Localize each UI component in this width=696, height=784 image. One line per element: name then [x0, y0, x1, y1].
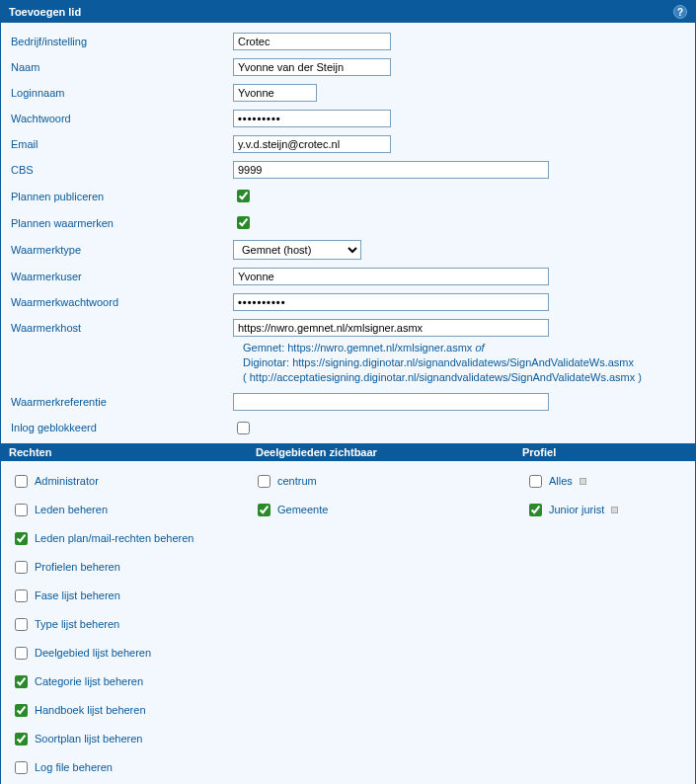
label-loginnaam: Loginnaam — [11, 87, 233, 99]
label-plannen-waarmerken: Plannen waarmerken — [11, 217, 233, 229]
checkbox-rechten-fase[interactable] — [15, 589, 28, 602]
label-waarmerkwachtwoord: Waarmerkwachtwoord — [11, 296, 233, 308]
label-rechten-categorie: Categorie lijst beheren — [35, 675, 143, 687]
input-bedrijf[interactable] — [233, 33, 391, 50]
label-deelgebied-centrum: centrum — [277, 475, 317, 487]
info-badge-icon[interactable] — [580, 478, 586, 485]
help-icon[interactable]: ? — [673, 5, 687, 19]
input-waarmerkuser[interactable] — [233, 268, 549, 285]
input-loginnaam[interactable] — [233, 84, 317, 102]
label-email: Email — [11, 138, 233, 150]
checkbox-rechten-profielen[interactable] — [15, 561, 28, 574]
checkbox-rechten-leden-planmail[interactable] — [15, 532, 28, 545]
label-waarmerkuser: Waarmerkuser — [11, 271, 233, 282]
input-waarmerkwachtwoord[interactable] — [233, 293, 549, 311]
label-deelgebied-gemeente: Gemeente — [277, 504, 328, 515]
label-rechten-administrator: Administrator — [35, 475, 99, 487]
checkbox-rechten-categorie[interactable] — [15, 675, 28, 688]
checkbox-profiel-alles[interactable] — [529, 475, 542, 488]
label-rechten-deelgebied: Deelgebied lijst beheren — [35, 647, 151, 659]
panel-title: Toevoegen lid — [9, 6, 81, 18]
checkbox-rechten-soortplan[interactable] — [15, 733, 28, 745]
label-rechten-leden-planmail: Leden plan/mail-rechten beheren — [35, 532, 193, 544]
checkbox-rechten-administrator[interactable] — [15, 475, 28, 488]
label-rechten-soortplan: Soortplan lijst beheren — [35, 733, 142, 745]
label-rechten-profielen: Profielen beheren — [35, 561, 120, 573]
input-waarmerkhost[interactable] — [233, 319, 549, 337]
label-rechten-logfile: Log file beheren — [35, 761, 113, 773]
form-body: Bedrijf/instelling Naam Loginnaam Wachtw… — [1, 23, 695, 443]
section-title-deelgebieden: Deelgebieden zichtbaar — [256, 446, 522, 458]
checkbox-rechten-leden-beheren[interactable] — [15, 504, 28, 516]
deelgebieden-column: centrum Gemeente — [254, 467, 525, 782]
input-wachtwoord[interactable] — [233, 110, 391, 127]
label-wachtwoord: Wachtwoord — [11, 113, 233, 124]
checkbox-plannen-waarmerken[interactable] — [237, 216, 250, 229]
input-cbs[interactable] — [233, 161, 549, 179]
input-email[interactable] — [233, 135, 391, 153]
label-rechten-fase: Fase lijst beheren — [35, 589, 120, 601]
label-waarmerktype: Waarmerktype — [11, 244, 233, 256]
checkbox-deelgebied-gemeente[interactable] — [258, 504, 271, 516]
profiel-column: Alles Junior jurist — [525, 467, 685, 782]
label-rechten-leden-beheren: Leden beheren — [35, 504, 108, 515]
label-bedrijf: Bedrijf/instelling — [11, 36, 233, 47]
waarmerkhost-hint: Gemnet: https://nwro.gemnet.nl/xmlsigner… — [243, 341, 685, 389]
sections-header: Rechten Deelgebieden zichtbaar Profiel — [1, 443, 695, 461]
checkbox-plannen-publiceren[interactable] — [237, 190, 250, 202]
section-title-rechten: Rechten — [9, 446, 256, 458]
label-profiel-junior: Junior jurist — [549, 504, 604, 515]
checkbox-rechten-type[interactable] — [15, 618, 28, 631]
input-naam[interactable] — [233, 58, 391, 76]
checkbox-rechten-handboek[interactable] — [15, 704, 28, 717]
checkbox-rechten-deelgebied[interactable] — [15, 647, 28, 660]
label-cbs: CBS — [11, 164, 233, 176]
input-waarmerkreferentie[interactable] — [233, 393, 549, 411]
checkbox-rechten-logfile[interactable] — [15, 761, 28, 774]
checkbox-columns: Administrator Leden beheren Leden plan/m… — [1, 461, 695, 784]
add-member-panel: Toevoegen lid ? Bedrijf/instelling Naam … — [0, 0, 696, 784]
label-plannen-publiceren: Plannen publiceren — [11, 191, 233, 202]
label-profiel-alles: Alles — [549, 475, 573, 487]
section-title-profiel: Profiel — [522, 446, 687, 458]
checkbox-deelgebied-centrum[interactable] — [258, 475, 271, 488]
info-badge-icon[interactable] — [611, 507, 618, 513]
select-waarmerktype[interactable]: Gemnet (host) — [233, 240, 361, 260]
label-rechten-type: Type lijst beheren — [35, 618, 119, 630]
panel-header: Toevoegen lid ? — [1, 1, 695, 23]
label-rechten-handboek: Handboek lijst beheren — [35, 704, 146, 716]
checkbox-profiel-junior[interactable] — [529, 504, 542, 516]
checkbox-inlog-geblokkeerd[interactable] — [237, 422, 250, 434]
label-naam: Naam — [11, 61, 233, 73]
rechten-column: Administrator Leden beheren Leden plan/m… — [11, 467, 254, 782]
label-waarmerkreferentie: Waarmerkreferentie — [11, 396, 233, 408]
label-waarmerkhost: Waarmerkhost — [11, 322, 233, 334]
label-inlog-geblokkeerd: Inlog geblokkeerd — [11, 422, 233, 433]
